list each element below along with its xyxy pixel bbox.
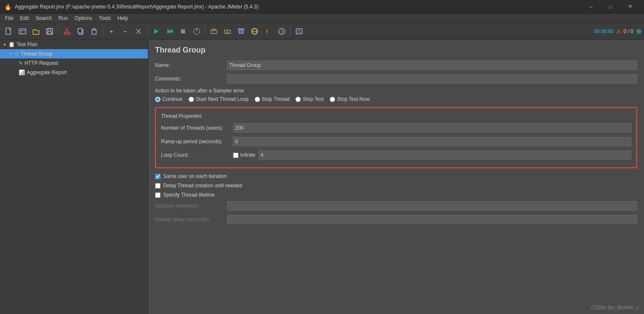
same-user-label: Same user on each iteration (163, 173, 227, 179)
thread-properties-box: Thread Properties Number of Threads (use… (155, 107, 637, 168)
radio-continue-label: Continue (162, 96, 183, 102)
toggle-button[interactable] (132, 25, 145, 38)
radio-group: Continue Start Next Thread Loop Stop Thr… (155, 96, 637, 102)
minimize-button[interactable]: ─ (581, 0, 601, 14)
name-input[interactable] (227, 61, 637, 70)
sep1 (58, 27, 58, 36)
radio-stop-test-input[interactable] (295, 97, 301, 102)
duration-input[interactable] (227, 201, 637, 211)
new-button[interactable] (3, 25, 15, 38)
menu-file[interactable]: File (2, 14, 17, 22)
remote-stop-button[interactable] (221, 25, 234, 38)
sidebar: ▼ 📋 Test Plan ▼ ⚙ Thread Group ✎ HTTP Re… (0, 40, 148, 314)
restore-button[interactable]: □ (601, 0, 620, 14)
open-button[interactable] (30, 25, 42, 38)
cut-button[interactable] (61, 25, 73, 38)
comments-row: Comments: (155, 74, 637, 83)
radio-continue[interactable]: Continue (155, 96, 183, 102)
menu-options[interactable]: Options (71, 14, 95, 22)
sidebar-label-thread-group: Thread Group (21, 51, 53, 57)
title-bar: 🔥 Aggregate Report.jmx (F:\apache-jmeter… (0, 0, 644, 14)
svg-text:?: ? (281, 29, 283, 34)
save-button[interactable] (43, 25, 56, 38)
radio-start-next[interactable]: Start Next Thread Loop (189, 96, 249, 102)
radio-continue-input[interactable] (155, 97, 161, 102)
menu-search[interactable]: Search (32, 14, 55, 22)
svg-marker-16 (167, 29, 171, 34)
main-layout: ▼ 📋 Test Plan ▼ ⚙ Thread Group ✎ HTTP Re… (0, 40, 644, 314)
loop-count-row: Loop Count: Infinite (161, 150, 631, 160)
infinite-checkbox-label[interactable]: Infinite (233, 152, 255, 158)
startup-delay-input[interactable] (227, 215, 637, 224)
clear-all-button[interactable] (235, 25, 247, 38)
function-helper-button[interactable]: f (262, 25, 275, 38)
specify-lifetime-checkbox[interactable] (155, 192, 161, 198)
expand-button[interactable]: + (105, 25, 118, 38)
ramp-up-input[interactable] (233, 137, 631, 146)
close-button[interactable]: ✕ (620, 0, 640, 14)
content-area: Thread Group Name: Comments: Action to b… (148, 40, 644, 314)
menu-tools[interactable]: Tools (95, 14, 114, 22)
warning-icon: ⚠ (616, 28, 621, 34)
svg-point-8 (68, 32, 70, 34)
svg-marker-17 (170, 29, 173, 34)
sidebar-item-aggregate-report[interactable]: 📊 Aggregate Report (0, 68, 148, 77)
comments-input[interactable] (227, 74, 637, 83)
svg-rect-6 (47, 32, 52, 34)
loop-count-input[interactable] (258, 150, 631, 160)
sidebar-label-aggregate-report: Aggregate Report (27, 69, 67, 75)
collapse-button[interactable]: − (119, 25, 131, 38)
svg-text:f: f (266, 28, 268, 35)
delay-thread-checkbox[interactable] (155, 183, 161, 189)
delay-thread-checkbox-label[interactable]: Delay Thread creation until needed (155, 183, 637, 189)
sep3 (147, 27, 147, 36)
action-section: Action to be taken after a Sampler error… (155, 88, 637, 102)
title-text: Aggregate Report.jmx (F:\apache-jmeter-5… (15, 4, 581, 10)
ramp-up-row: Ramp-up period (seconds): (161, 137, 631, 146)
radio-stop-thread[interactable]: Stop Thread (255, 96, 290, 102)
infinite-label: Infinite (240, 152, 255, 158)
svg-rect-22 (212, 29, 216, 31)
page-title: Thread Group (155, 46, 637, 55)
copy-button[interactable] (74, 25, 87, 38)
error-counter: 0 / 0 (624, 28, 633, 34)
infinite-checkbox[interactable] (233, 153, 239, 158)
add-remote-button[interactable]: ⊕ (636, 27, 641, 35)
radio-stop-test-now-input[interactable] (330, 97, 335, 102)
specify-lifetime-label: Specify Thread lifetime (163, 192, 215, 198)
specify-lifetime-checkbox-label[interactable]: Specify Thread lifetime (155, 192, 637, 198)
templates-button[interactable] (16, 25, 29, 38)
toolbar-list-button[interactable] (293, 25, 305, 38)
svg-line-9 (65, 28, 67, 33)
svg-point-7 (64, 32, 67, 34)
stop-button[interactable] (177, 25, 189, 38)
radio-stop-test-now-label: Stop Test Now (337, 96, 369, 102)
start-no-pause-button[interactable] (163, 25, 176, 38)
menu-edit[interactable]: Edit (17, 14, 32, 22)
start-button[interactable] (150, 25, 162, 38)
shutdown-button[interactable] (190, 25, 203, 38)
radio-stop-test-now[interactable]: Stop Test Now (330, 96, 369, 102)
app-icon: 🔥 (4, 3, 11, 10)
num-threads-label: Number of Threads (users): (161, 125, 233, 131)
menu-help[interactable]: Help (114, 14, 131, 22)
browse-button[interactable] (248, 25, 261, 38)
sidebar-item-test-plan[interactable]: ▼ 📋 Test Plan (0, 40, 148, 49)
paste-button[interactable] (88, 25, 100, 38)
radio-stop-test[interactable]: Stop Test (295, 96, 324, 102)
thread-props-title: Thread Properties (161, 113, 631, 119)
radio-stop-thread-input[interactable] (255, 97, 260, 102)
duration-row: Duration (seconds): (155, 201, 637, 211)
delay-thread-label: Delay Thread creation until needed (163, 183, 242, 189)
svg-rect-0 (6, 28, 11, 34)
sidebar-item-http-request[interactable]: ✎ HTTP Request (0, 58, 148, 68)
menu-run[interactable]: Run (55, 14, 71, 22)
sidebar-item-thread-group[interactable]: ▼ ⚙ Thread Group (0, 49, 148, 58)
help-toolbar-button[interactable]: ? (275, 25, 288, 38)
remote-start-button[interactable] (208, 25, 220, 38)
radio-start-next-input[interactable] (189, 97, 194, 102)
num-threads-input[interactable] (233, 123, 631, 133)
same-user-checkbox-label[interactable]: Same user on each iteration (155, 173, 637, 179)
same-user-checkbox[interactable] (155, 174, 161, 179)
svg-rect-12 (78, 28, 82, 33)
